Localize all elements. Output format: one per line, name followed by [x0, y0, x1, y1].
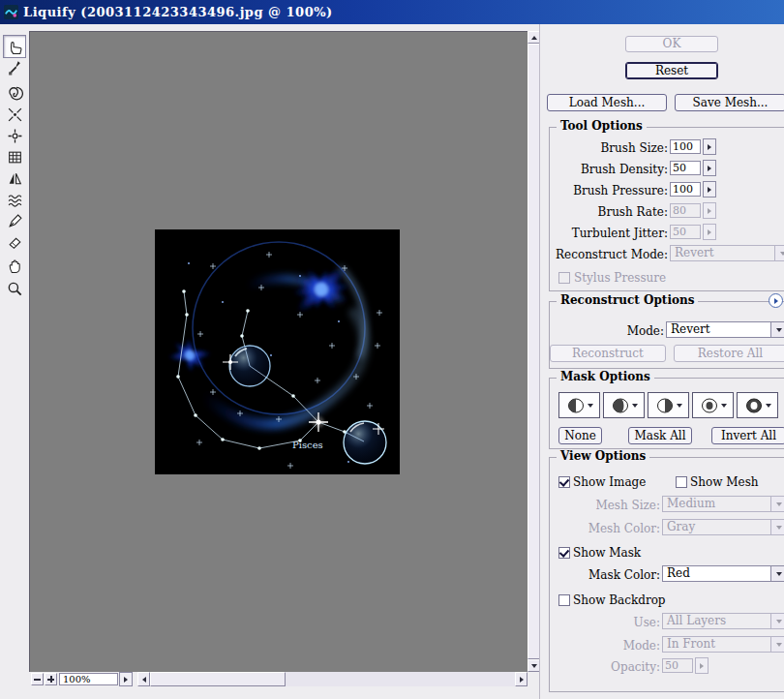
mask-replace-selection-button[interactable] — [558, 392, 600, 418]
mask-intersect-selection-button[interactable] — [692, 392, 734, 418]
tool-push-left[interactable] — [3, 145, 26, 168]
tool-hand[interactable] — [3, 254, 26, 277]
show-backdrop-checkbox[interactable] — [558, 594, 570, 606]
zoom-level-field[interactable]: 100% — [59, 673, 118, 685]
brush-size-popup-button[interactable] — [703, 138, 716, 155]
scroll-right-button[interactable] — [515, 672, 528, 686]
popup-arrow-icon — [708, 144, 711, 150]
show-mesh-checkbox[interactable] — [676, 476, 687, 488]
mask-add-icon — [611, 398, 630, 413]
backdrop-mode-select: In Front — [662, 636, 784, 653]
tool-palette — [0, 24, 29, 699]
brush-density-popup-button[interactable] — [703, 160, 716, 176]
dropdown-arrow-icon — [766, 404, 771, 408]
stylus-pressure-label: Stylus Pressure — [574, 271, 666, 285]
mask-add-selection-button[interactable] — [603, 392, 645, 418]
mesh-size-value: Medium — [667, 497, 715, 510]
ok-button: OK — [625, 36, 718, 52]
mask-color-label: Mask Color: — [540, 568, 660, 582]
document-image: Pisces — [155, 229, 400, 474]
popup-arrow-icon — [708, 187, 711, 193]
mesh-color-value: Gray — [667, 520, 695, 533]
show-image-label: Show Image — [573, 475, 646, 489]
horizontal-scrollbar[interactable] — [137, 672, 528, 686]
mesh-size-select: Medium — [662, 496, 784, 512]
brush-density-field[interactable]: 50 — [670, 161, 701, 175]
titlebar[interactable]: Liquify (2003112423343496.jpg @ 100%) — [0, 0, 784, 24]
zoom-in-button[interactable] — [45, 673, 57, 685]
reconstruct-options-flyout-button[interactable] — [769, 293, 783, 308]
dropdown-arrow-icon — [774, 246, 784, 260]
arrow-right-icon — [520, 677, 524, 683]
minus-icon — [34, 679, 41, 681]
tool-pucker[interactable] — [3, 103, 26, 126]
dropdown-arrow-icon — [632, 404, 638, 408]
mask-invert-selection-button[interactable] — [737, 392, 778, 418]
dropdown-arrow-icon — [770, 322, 784, 337]
turbulent-jitter-label: Turbulent Jitter: — [540, 227, 668, 240]
popup-arrow-icon — [708, 208, 711, 214]
tool-zoom[interactable] — [3, 277, 26, 300]
mask-replace-icon — [566, 398, 586, 413]
reconstruct-mode-label: Reconstruct Mode: — [540, 248, 668, 261]
tool-turbulence[interactable] — [3, 188, 26, 211]
tool-thaw-mask[interactable] — [3, 230, 26, 254]
dropdown-arrow-icon — [770, 566, 784, 581]
invert-all-button[interactable]: Invert All — [711, 427, 784, 444]
brush-pressure-field[interactable]: 100 — [670, 182, 701, 197]
mask-none-button[interactable]: None — [558, 427, 602, 444]
opacity-field: 50 — [662, 658, 693, 673]
tool-forward-warp[interactable] — [3, 35, 26, 58]
popup-arrow-icon — [708, 229, 711, 235]
mask-all-button[interactable]: Mask All — [628, 427, 692, 444]
canvas-area[interactable]: Pisces — [29, 31, 528, 672]
arrow-left-icon — [142, 677, 146, 683]
show-mask-checkbox[interactable] — [558, 547, 570, 559]
mesh-size-label: Mesh Size: — [540, 499, 660, 512]
brush-rate-field: 80 — [670, 203, 701, 218]
reconstruct-mode-value: Revert — [675, 246, 714, 259]
window-icon — [4, 5, 18, 19]
show-mask-label: Show Mask — [573, 546, 641, 560]
show-backdrop-label: Show Backdrop — [573, 593, 666, 607]
plus-icon — [47, 676, 54, 683]
popup-arrow-icon — [700, 663, 704, 669]
mask-invert-icon — [744, 398, 764, 413]
reconstruct-mode2-value: Revert — [671, 322, 710, 336]
use-value: All Layers — [667, 614, 726, 627]
arrow-down-icon — [531, 664, 537, 668]
brush-rate-label: Brush Rate: — [540, 205, 668, 219]
reconstruct-mode2-select[interactable]: Revert — [666, 321, 784, 338]
mesh-color-label: Mesh Color: — [540, 522, 660, 535]
save-mesh-button[interactable]: Save Mesh... — [675, 94, 784, 111]
use-select: All Layers — [662, 613, 784, 629]
backdrop-mode-value: In Front — [667, 637, 715, 651]
zoom-out-button[interactable] — [31, 673, 44, 685]
brush-size-label: Brush Size: — [540, 141, 668, 155]
tool-mirror[interactable] — [3, 167, 26, 190]
tool-twirl-clockwise[interactable] — [3, 81, 26, 105]
tool-reconstruct[interactable] — [3, 56, 26, 79]
brush-pressure-popup-button[interactable] — [703, 181, 716, 198]
opacity-label: Opacity: — [540, 660, 660, 674]
horizontal-scroll-thumb[interactable] — [150, 672, 286, 686]
reconstruct-button: Reconstruct — [550, 345, 666, 362]
dropdown-arrow-icon — [721, 404, 727, 408]
tool-freeze-mask[interactable] — [3, 209, 26, 232]
image-caption: Pisces — [292, 440, 323, 450]
scroll-left-button[interactable] — [137, 672, 150, 686]
reconstruct-mode-select: Revert — [670, 245, 784, 261]
restore-all-button: Restore All — [674, 345, 784, 362]
dropdown-arrow-icon — [677, 404, 682, 408]
mask-color-select[interactable]: Red — [662, 565, 784, 582]
brush-size-field[interactable]: 100 — [670, 139, 701, 154]
opacity-popup-button — [695, 657, 709, 674]
dropdown-arrow-icon — [770, 520, 784, 534]
tool-bloat[interactable] — [3, 124, 26, 147]
reset-button[interactable]: Reset — [625, 62, 718, 79]
mask-subtract-selection-button[interactable] — [648, 392, 689, 418]
show-image-checkbox[interactable] — [558, 476, 570, 488]
zoom-popup-button[interactable] — [119, 672, 133, 686]
mask-options-title: Mask Options — [557, 370, 654, 383]
load-mesh-button[interactable]: Load Mesh... — [547, 94, 667, 111]
